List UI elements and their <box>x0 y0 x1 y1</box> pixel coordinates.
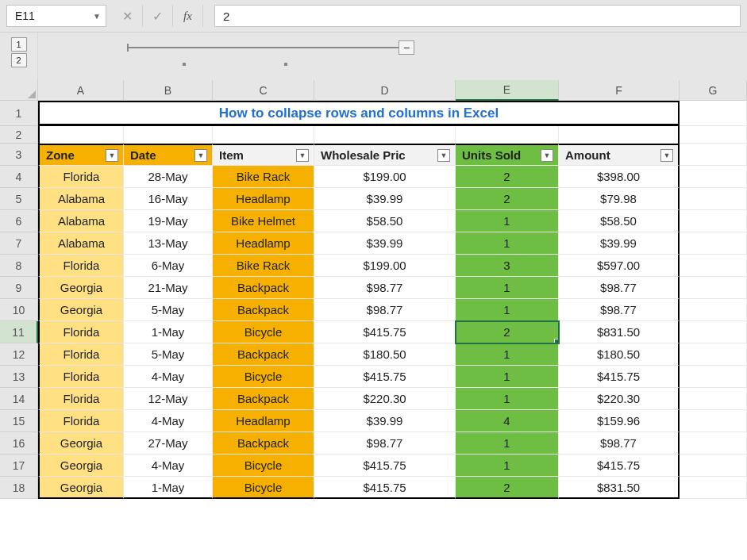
cell-date[interactable]: 4-May <box>124 366 213 388</box>
cell-F2[interactable] <box>559 126 680 144</box>
cell-price[interactable]: $199.00 <box>314 255 456 277</box>
table-header-zone[interactable]: Zone▼ <box>38 144 124 166</box>
cell-date[interactable]: 13-May <box>124 232 213 255</box>
cell-amount[interactable]: $831.50 <box>559 321 680 343</box>
cell-item[interactable]: Bicycle <box>213 321 314 343</box>
filter-icon[interactable]: ▼ <box>106 149 118 162</box>
column-header-G[interactable]: G <box>680 80 747 101</box>
cell-E2[interactable] <box>456 126 559 144</box>
column-header-A[interactable]: A <box>38 80 124 101</box>
cell-amount[interactable]: $398.00 <box>559 166 680 188</box>
cell-price[interactable]: $180.50 <box>314 343 456 366</box>
cell-item[interactable]: Backpack <box>213 432 314 455</box>
cell-zone[interactable]: Florida <box>38 410 124 432</box>
cell-price[interactable]: $58.50 <box>314 210 456 232</box>
table-header-item[interactable]: Item▼ <box>213 144 314 166</box>
cell-item[interactable]: Headlamp <box>213 410 314 432</box>
cell-zone[interactable]: Georgia <box>38 477 124 499</box>
cell-G12[interactable] <box>680 343 747 366</box>
cell-G1[interactable] <box>680 101 747 126</box>
cell-units[interactable]: 1 <box>456 455 559 477</box>
cell-zone[interactable]: Florida <box>38 321 124 343</box>
cell-amount[interactable]: $415.75 <box>559 366 680 388</box>
cell-zone[interactable]: Florida <box>38 255 124 277</box>
cell-amount[interactable]: $98.77 <box>559 299 680 321</box>
cell-units[interactable]: 1 <box>456 366 559 388</box>
row-header-16[interactable]: 16 <box>0 432 38 455</box>
cell-G11[interactable] <box>680 321 747 343</box>
cell-G13[interactable] <box>680 366 747 388</box>
cell-units[interactable]: 1 <box>456 432 559 455</box>
cell-amount[interactable]: $180.50 <box>559 343 680 366</box>
cell-zone[interactable]: Georgia <box>38 299 124 321</box>
row-header-3[interactable]: 3 <box>0 144 38 166</box>
cancel-button[interactable]: ✕ <box>113 5 143 27</box>
cell-G14[interactable] <box>680 388 747 410</box>
cell-price[interactable]: $39.99 <box>314 188 456 210</box>
cell-price[interactable]: $415.75 <box>314 366 456 388</box>
row-header-11[interactable]: 11 <box>0 321 38 343</box>
cell-G15[interactable] <box>680 410 747 432</box>
cell-price[interactable]: $39.99 <box>314 232 456 255</box>
cell-zone[interactable]: Florida <box>38 366 124 388</box>
cell-D2[interactable] <box>314 126 456 144</box>
cell-date[interactable]: 16-May <box>124 188 213 210</box>
cell-price[interactable]: $415.75 <box>314 455 456 477</box>
outline-level-1[interactable]: 1 <box>11 37 27 52</box>
cell-item[interactable]: Bicycle <box>213 366 314 388</box>
row-header-13[interactable]: 13 <box>0 366 38 388</box>
spreadsheet-grid[interactable]: A B C D E F G 1 How to collapse rows and… <box>0 80 747 499</box>
cell-date[interactable]: 5-May <box>124 299 213 321</box>
cell-A2[interactable] <box>38 126 124 144</box>
cell-date[interactable]: 6-May <box>124 255 213 277</box>
cell-G7[interactable] <box>680 232 747 255</box>
cell-G2[interactable] <box>680 126 747 144</box>
cell-price[interactable]: $199.00 <box>314 166 456 188</box>
cell-units[interactable]: 1 <box>456 232 559 255</box>
outline-level-2[interactable]: 2 <box>11 53 27 67</box>
cell-price[interactable]: $39.99 <box>314 410 456 432</box>
cell-amount[interactable]: $98.77 <box>559 432 680 455</box>
cell-units[interactable]: 1 <box>456 343 559 366</box>
cell-units[interactable]: 1 <box>456 210 559 232</box>
column-header-B[interactable]: B <box>124 80 213 101</box>
cell-units[interactable]: 2 <box>456 188 559 210</box>
cell-item[interactable]: Bicycle <box>213 455 314 477</box>
cell-price[interactable]: $98.77 <box>314 432 456 455</box>
cell-G4[interactable] <box>680 166 747 188</box>
cell-amount[interactable]: $831.50 <box>559 477 680 499</box>
cell-units[interactable]: 2 <box>456 477 559 499</box>
row-header-14[interactable]: 14 <box>0 388 38 410</box>
cell-units[interactable]: 3 <box>456 255 559 277</box>
cell-date[interactable]: 21-May <box>124 277 213 299</box>
page-title[interactable]: How to collapse rows and columns in Exce… <box>38 101 680 126</box>
cell-zone[interactable]: Alabama <box>38 188 124 210</box>
cell-G5[interactable] <box>680 188 747 210</box>
cell-amount[interactable]: $79.98 <box>559 188 680 210</box>
formula-input[interactable]: 2 <box>214 5 741 27</box>
column-header-F[interactable]: F <box>559 80 680 101</box>
cell-item[interactable]: Headlamp <box>213 188 314 210</box>
name-box[interactable]: E11 ▼ <box>6 5 106 27</box>
chevron-down-icon[interactable]: ▼ <box>93 12 101 21</box>
cell-units[interactable]: 2 <box>456 166 559 188</box>
row-header-15[interactable]: 15 <box>0 410 38 432</box>
column-header-C[interactable]: C <box>213 80 314 101</box>
cell-item[interactable]: Headlamp <box>213 232 314 255</box>
cell-G8[interactable] <box>680 255 747 277</box>
enter-button[interactable]: ✓ <box>143 5 173 27</box>
filter-icon[interactable]: ▼ <box>541 149 553 162</box>
cell-G9[interactable] <box>680 277 747 299</box>
row-header-1[interactable]: 1 <box>0 101 38 126</box>
cell-units[interactable]: 1 <box>456 388 559 410</box>
cell-units[interactable]: 1 <box>456 299 559 321</box>
cell-zone[interactable]: Georgia <box>38 277 124 299</box>
cell-date[interactable]: 1-May <box>124 477 213 499</box>
row-header-12[interactable]: 12 <box>0 343 38 366</box>
cell-zone[interactable]: Alabama <box>38 210 124 232</box>
cell-date[interactable]: 19-May <box>124 210 213 232</box>
cell-zone[interactable]: Florida <box>38 388 124 410</box>
row-header-17[interactable]: 17 <box>0 455 38 477</box>
table-header-units[interactable]: Units Sold▼ <box>456 144 559 166</box>
cell-price[interactable]: $98.77 <box>314 277 456 299</box>
